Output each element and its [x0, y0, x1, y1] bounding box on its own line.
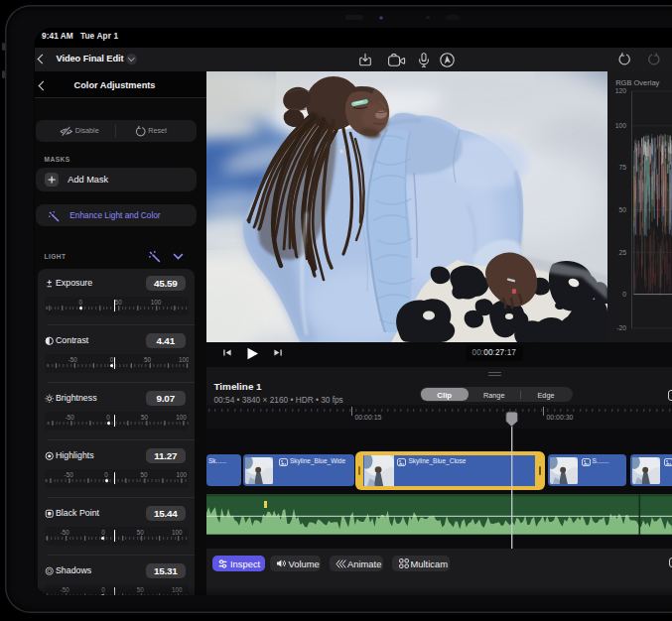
- svg-text:75: 75: [618, 164, 626, 171]
- svg-text:25: 25: [618, 248, 626, 255]
- svg-text:50: 50: [618, 205, 626, 212]
- svg-text:0: 0: [622, 290, 626, 297]
- svg-text:-20: -20: [616, 324, 626, 331]
- svg-text:RGB Overlay: RGB Overlay: [615, 78, 659, 87]
- svg-text:100: 100: [615, 122, 627, 129]
- svg-text:120: 120: [615, 87, 627, 94]
